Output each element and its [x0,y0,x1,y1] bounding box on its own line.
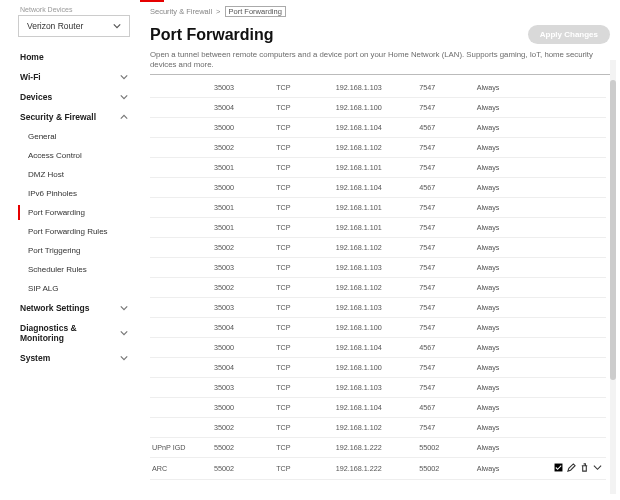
cell-forward-ip: 192.168.1.102 [334,138,418,158]
cell-actions [546,158,606,178]
cell-schedule: Always [475,218,547,238]
cell-actions [546,178,606,198]
cell-original-port: 35001 [212,218,274,238]
cell-application [150,278,212,298]
nav-sub-label: DMZ Host [28,170,64,179]
table-row: 35003TCP192.168.1.1037547Always [150,78,606,98]
nav-item-network-settings[interactable]: Network Settings [0,298,140,318]
cell-actions [546,338,606,358]
nav-item-devices[interactable]: Devices [0,87,140,107]
cell-application [150,238,212,258]
cell-forward-port: 7547 [417,258,474,278]
cell-forward-ip: 192.168.1.102 [334,238,418,258]
cell-schedule: Always [475,78,547,98]
nav-sub-dmz-host[interactable]: DMZ Host [0,165,140,184]
cell-actions [546,198,606,218]
nav-sub-sip-alg[interactable]: SIP ALG [0,279,140,298]
cell-forward-port: 7547 [417,378,474,398]
chevron-down-icon [120,73,128,81]
nav-sub-port-triggering[interactable]: Port Triggering [0,241,140,260]
cell-forward-port: 4567 [417,178,474,198]
nav-item-label: System [20,353,50,363]
nav-sub-label: Port Triggering [28,246,80,255]
delete-icon[interactable] [580,463,589,472]
cell-application: UPnP IGD [150,438,212,458]
cell-application [150,118,212,138]
table-row: 35004TCP192.168.1.1007547Always [150,358,606,378]
edit-icon[interactable] [567,463,576,472]
nav-item-diagnostics-monitoring[interactable]: Diagnostics & Monitoring [0,318,140,348]
cell-schedule: Always [475,378,547,398]
cell-forward-port: 7547 [417,138,474,158]
nav-sub-port-forwarding[interactable]: Port Forwarding [0,203,140,222]
breadcrumb-current: Port Forwarding [225,6,286,17]
cell-protocol: TCP [274,358,334,378]
cell-actions [546,258,606,278]
cell-forward-port: 7547 [417,158,474,178]
table-row: 35000TCP192.168.1.1044567Always [150,178,606,198]
cell-original-port: 55002 [212,438,274,458]
cell-forward-ip: 192.168.1.100 [334,358,418,378]
cell-actions [546,138,606,158]
nav-sub-access-control[interactable]: Access Control [0,146,140,165]
cell-actions [546,298,606,318]
router-select[interactable]: Verizon Router [18,15,130,37]
apply-changes-button[interactable]: Apply Changes [528,25,610,44]
chevron-down-icon [120,93,128,101]
nav-item-wi-fi[interactable]: Wi-Fi [0,67,140,87]
nav-sub-port-forwarding-rules[interactable]: Port Forwarding Rules [0,222,140,241]
svg-rect-0 [554,463,563,472]
cell-protocol: TCP [274,138,334,158]
cell-application [150,398,212,418]
cell-original-port: 35001 [212,198,274,218]
cell-forward-ip: 192.168.1.103 [334,298,418,318]
cell-application [150,218,212,238]
scrollbar-thumb[interactable] [610,80,616,380]
cell-forward-ip: 192.168.1.222 [334,458,418,480]
nav-sub-label: Port Forwarding Rules [28,227,108,236]
cell-actions [546,238,606,258]
chevron-down-icon[interactable] [593,463,602,472]
divider [150,74,610,75]
cell-schedule: Always [475,298,547,318]
cell-forward-ip: 192.168.1.102 [334,278,418,298]
cell-forward-ip: 192.168.1.102 [334,418,418,438]
breadcrumb-sep: > [216,7,220,16]
table-row: ARC55002TCP192.168.1.22255002Always [150,458,606,480]
nav-sub-scheduler-rules[interactable]: Scheduler Rules [0,260,140,279]
cell-forward-ip: 192.168.1.100 [334,98,418,118]
breadcrumb: Security & Firewall > Port Forwarding [150,6,610,17]
table-row: 35003TCP192.168.1.1037547Always [150,258,606,278]
nav-sub-ipv-pinholes[interactable]: IPv6 Pinholes [0,184,140,203]
nav-item-system[interactable]: System [0,348,140,368]
table-row: 35004TCP192.168.1.1007547Always [150,98,606,118]
cell-forward-ip: 192.168.1.104 [334,398,418,418]
cell-schedule: Always [475,138,547,158]
table-row: UPnP IGD55002TCP192.168.1.22255002Always [150,438,606,458]
cell-original-port: 35004 [212,318,274,338]
enable-checkbox-icon[interactable] [554,463,563,472]
breadcrumb-parent[interactable]: Security & Firewall [150,7,212,16]
cell-protocol: TCP [274,158,334,178]
cell-actions [546,438,606,458]
nav-item-home[interactable]: Home [0,47,140,67]
cell-actions [546,278,606,298]
cell-application [150,78,212,98]
cell-original-port: 35000 [212,338,274,358]
cell-original-port: 35003 [212,298,274,318]
cell-schedule: Always [475,318,547,338]
cell-forward-ip: 192.168.1.100 [334,318,418,338]
nav-item-label: Security & Firewall [20,112,96,122]
cell-schedule: Always [475,158,547,178]
table-row: 35000TCP192.168.1.1044567Always [150,398,606,418]
nav-item-security-firewall[interactable]: Security & Firewall [0,107,140,127]
cell-actions [546,378,606,398]
cell-original-port: 35002 [212,138,274,158]
scrollbar[interactable] [610,60,616,494]
cell-application [150,358,212,378]
nav-sub-general[interactable]: General [0,127,140,146]
cell-protocol: TCP [274,198,334,218]
nav-item-label: Home [20,52,44,62]
cell-schedule: Always [475,198,547,218]
cell-application [150,98,212,118]
